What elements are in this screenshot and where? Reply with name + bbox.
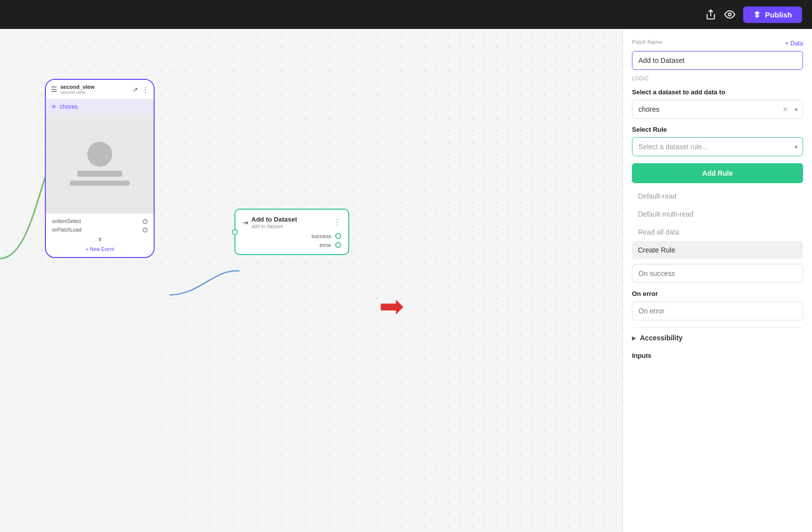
on-error-label: On error	[632, 290, 803, 297]
rule-create-rule[interactable]: Create Rule	[632, 241, 803, 259]
share-icon[interactable]	[705, 9, 716, 20]
rule-default-multi-read[interactable]: Default-multi-read	[632, 205, 803, 223]
node-header: ⇥ Add to Dataset add to dataset ⋮	[242, 216, 341, 229]
phone-body	[46, 114, 154, 214]
node-error-label: error	[320, 242, 331, 248]
preview-icon[interactable]	[724, 9, 735, 20]
canvas[interactable]: ☰ second_view second view ↗ ⋮ ≡ chores	[0, 29, 622, 532]
rule-select-wrapper: Select a dataset rule... ▾	[632, 137, 803, 156]
node-success-dot[interactable]	[335, 233, 341, 239]
node-header-left: ⇥ Add to Dataset add to dataset	[242, 216, 297, 229]
logic-label: LOGIC	[632, 76, 803, 81]
phone-event-label-1: onItemSelect	[52, 219, 81, 224]
phone-footer: onItemSelect onPatchLoad ∨ + New Event	[46, 214, 154, 257]
dataset-select-wrapper: chores ✕ ▾	[632, 100, 803, 119]
phone-header-left: ☰ second_view second view	[51, 84, 94, 95]
phone-placeholder	[70, 142, 130, 186]
node-title: Add to Dataset	[251, 216, 297, 223]
accessibility-row[interactable]: ▶ Accessibility	[632, 327, 803, 348]
phone-component: ☰ second_view second view ↗ ⋮ ≡ chores	[45, 79, 155, 258]
on-success-input[interactable]	[632, 264, 803, 283]
rule-select[interactable]: Select a dataset rule...	[632, 137, 803, 156]
add-data-link[interactable]: + Data	[785, 40, 803, 47]
phone-header: ☰ second_view second view ↗ ⋮	[46, 80, 154, 99]
patch-name-row: Patch Name + Data	[632, 39, 803, 48]
accessibility-arrow-icon: ▶	[632, 335, 636, 341]
phone-event-dot-2[interactable]	[143, 228, 148, 233]
phone-header-icons: ↗ ⋮	[133, 86, 149, 93]
node-output-success: success	[242, 233, 341, 239]
node-success-label: success	[311, 233, 331, 239]
phone-line-2	[70, 181, 130, 186]
patch-name-label: Patch Name	[632, 39, 662, 45]
red-arrow: ➡	[379, 288, 404, 323]
phone-event-row-2: onPatchLoad	[52, 227, 148, 233]
phone-event-label-2: onPatchLoad	[52, 227, 81, 233]
right-panel: Patch Name + Data LOGIC Select a dataset…	[622, 29, 812, 532]
node-output-error: error	[242, 242, 341, 248]
rule-default-read[interactable]: Default-read	[632, 187, 803, 205]
phone-avatar	[87, 142, 112, 167]
svg-point-1	[728, 13, 731, 16]
phone-event-dot-1[interactable]	[143, 219, 148, 224]
node-error-dot[interactable]	[335, 242, 341, 248]
node-title-block: Add to Dataset add to dataset	[251, 216, 297, 229]
more-icon[interactable]: ⋮	[142, 86, 149, 93]
phone-nav: ≡ chores	[46, 99, 154, 114]
dataset-clear-icon[interactable]: ✕	[783, 106, 788, 113]
phone-subtitle: second view	[60, 90, 94, 95]
publish-label: Publish	[765, 10, 792, 19]
node-add-dataset: ⇥ Add to Dataset add to dataset ⋮ succes…	[234, 209, 349, 255]
phone-nav-label: chores	[60, 103, 78, 110]
arrow-icon[interactable]: ↗	[133, 86, 138, 93]
phone-title-block: second_view second view	[60, 84, 94, 95]
list-icon: ☰	[51, 85, 57, 93]
node-input-dot[interactable]	[232, 229, 238, 235]
inputs-label: Inputs	[632, 352, 803, 359]
main-area: ☰ second_view second view ↗ ⋮ ≡ chores	[0, 29, 812, 532]
topbar: Publish	[0, 0, 812, 29]
dataset-select[interactable]: chores	[632, 100, 803, 119]
node-menu-icon[interactable]: ⋮	[333, 218, 341, 227]
phone-event-row-1: onItemSelect	[52, 219, 148, 224]
select-dataset-label: Select a dataset to add data to	[632, 88, 803, 96]
phone-title: second_view	[60, 84, 94, 90]
phone-new-event[interactable]: + New Event	[52, 247, 148, 252]
node-outputs: success error	[242, 233, 341, 248]
phone-line-1	[77, 171, 122, 177]
add-rule-button[interactable]: Add Rule	[632, 163, 803, 183]
select-rule-label: Select Rule	[632, 126, 803, 133]
node-icon: ⇥	[242, 219, 248, 227]
publish-button[interactable]: Publish	[743, 6, 802, 23]
on-error-input[interactable]	[632, 301, 803, 320]
accessibility-label: Accessibility	[640, 334, 683, 342]
on-success-section	[632, 264, 803, 290]
node-subtitle: add to dataset	[251, 224, 297, 229]
patch-name-input[interactable]	[632, 51, 803, 70]
rule-read-all-data[interactable]: Read all data	[632, 223, 803, 241]
phone-chevron[interactable]: ∨	[52, 236, 148, 243]
nav-icon: ≡	[52, 103, 56, 110]
